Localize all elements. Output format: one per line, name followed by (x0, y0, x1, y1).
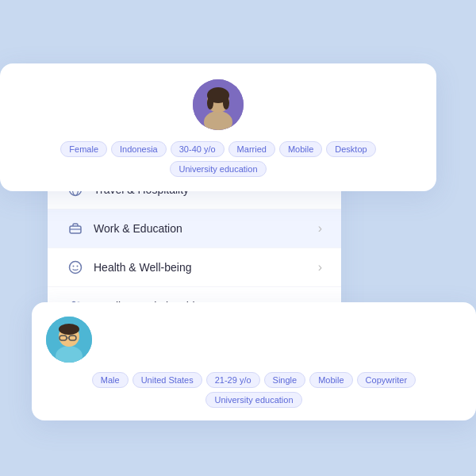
tag-desktop: Desktop (326, 141, 375, 157)
tag-single: Single (264, 372, 306, 388)
profile-card-top: Female Indonesia 30-40 y/o Married Mobil… (0, 63, 436, 191)
profile-card-bottom: Male United States 21-29 y/o Single Mobi… (32, 302, 476, 420)
tag-married: Married (228, 141, 275, 157)
tag-copywriter: Copywriter (357, 372, 416, 388)
smile-icon (67, 259, 84, 276)
tag-university-bottom: University education (205, 392, 301, 408)
bottom-profile-tags: Male United States 21-29 y/o Single Mobi… (46, 372, 462, 408)
chevron-right-icon: › (318, 260, 322, 274)
tag-mobile: Mobile (279, 141, 322, 157)
svg-point-20 (207, 97, 213, 109)
tag-male: Male (92, 372, 129, 388)
svg-point-28 (59, 324, 79, 335)
svg-point-7 (70, 262, 82, 274)
svg-point-21 (223, 97, 229, 109)
tag-age: 30-40 y/o (171, 141, 225, 157)
tag-female: Female (60, 141, 107, 157)
tag-indonesia: Indonesia (111, 141, 167, 157)
menu-item-work[interactable]: Work & Education › (48, 209, 341, 248)
avatar-top (193, 79, 244, 130)
avatar-bottom (46, 317, 92, 363)
tag-us: United States (132, 372, 202, 388)
tag-mobile-bottom: Mobile (309, 372, 352, 388)
briefcase-icon (67, 220, 84, 237)
health-label: Health & Well-being (94, 261, 309, 274)
work-label: Work & Education (94, 222, 309, 235)
tag-university: University education (170, 161, 266, 177)
svg-point-9 (77, 266, 79, 267)
top-profile-tags: Female Indonesia 30-40 y/o Married Mobil… (16, 141, 420, 177)
svg-point-8 (73, 266, 75, 267)
tag-age-bottom: 21-29 y/o (206, 372, 260, 388)
chevron-right-icon: › (318, 221, 322, 236)
menu-item-health[interactable]: Health & Well-being › (48, 248, 341, 287)
